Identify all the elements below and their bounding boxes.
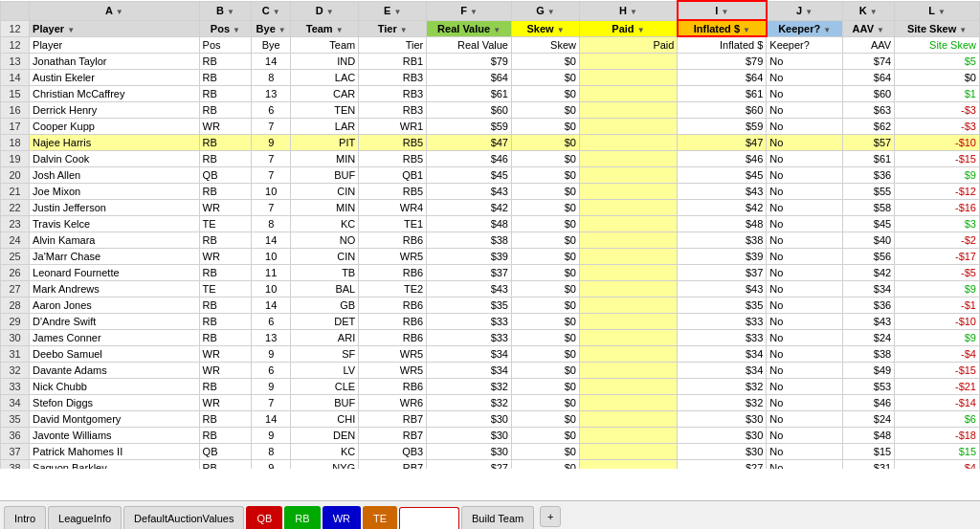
- player-col-header[interactable]: Player ▼: [30, 20, 200, 36]
- value-col-header[interactable]: Real Value ▼: [427, 20, 512, 36]
- inflated-cell[interactable]: $38: [678, 231, 767, 248]
- inflated-cell[interactable]: $32: [678, 378, 767, 394]
- aav-filter-icon[interactable]: ▼: [877, 26, 884, 34]
- inflated-filter-icon[interactable]: ▼: [743, 26, 750, 34]
- inflated-cell[interactable]: $33: [678, 329, 767, 345]
- player-filter-icon[interactable]: ▼: [67, 26, 75, 34]
- col-c-header[interactable]: C ▼: [252, 1, 291, 20]
- inflated-cell[interactable]: $59: [678, 118, 767, 134]
- inflated-cell[interactable]: $45: [678, 166, 767, 183]
- col-e-header[interactable]: E ▼: [359, 1, 427, 20]
- tab-rb[interactable]: RB: [284, 506, 320, 529]
- data-header-row: 12 Player ▼ Pos ▼ Bye ▼ Team ▼ Tier ▼ Re…: [1, 20, 980, 36]
- paid-col-header[interactable]: Paid ▼: [580, 20, 678, 36]
- tab-build-team[interactable]: Build Team: [461, 506, 534, 529]
- col-d-filter-icon[interactable]: ▼: [326, 8, 334, 16]
- inflated-cell[interactable]: $47: [678, 134, 767, 150]
- col-k-filter-icon[interactable]: ▼: [870, 8, 878, 16]
- col-i-header[interactable]: I ▼: [678, 1, 767, 20]
- col-h-filter-icon[interactable]: ▼: [630, 8, 637, 16]
- team-col-header[interactable]: Team ▼: [291, 20, 359, 36]
- col-k-header[interactable]: K ▼: [842, 1, 895, 20]
- bye-filter-icon[interactable]: ▼: [278, 26, 286, 34]
- siteskew-filter-icon[interactable]: ▼: [959, 26, 967, 34]
- table-row: 30James ConnerRB13ARIRB6$33$0$33No$24$9: [1, 329, 980, 345]
- col-l-header[interactable]: L ▼: [895, 1, 980, 20]
- col-f-header[interactable]: F ▼: [427, 1, 512, 20]
- table-row: 12PlayerPosByeTeamTierReal ValueSkewPaid…: [1, 36, 980, 53]
- col-j-header[interactable]: J ▼: [767, 1, 842, 20]
- inflated-cell[interactable]: $42: [678, 199, 767, 215]
- tab-bar: Intro LeagueInfo DefaultAuctionValues QB…: [0, 500, 980, 529]
- inflated-cell[interactable]: $79: [678, 53, 767, 69]
- tier-filter-icon[interactable]: ▼: [400, 26, 408, 34]
- inflated-cell[interactable]: $61: [678, 85, 767, 101]
- col-e-filter-icon[interactable]: ▼: [393, 8, 401, 16]
- sheet-area: A ▼ B ▼ C ▼ D ▼ E ▼ F ▼ G ▼ H ▼ I ▼ J ▼ …: [0, 0, 980, 500]
- inflated-cell[interactable]: $43: [678, 183, 767, 199]
- col-g-header[interactable]: G ▼: [511, 1, 579, 20]
- inflated-cell[interactable]: Inflated $: [678, 36, 767, 53]
- inflated-cell[interactable]: $30: [678, 410, 767, 427]
- aav-col-header[interactable]: AAV ▼: [842, 20, 895, 36]
- inflated-cell[interactable]: $27: [678, 459, 767, 469]
- bye-col-header[interactable]: Bye ▼: [252, 20, 291, 36]
- inflated-cell[interactable]: $43: [678, 280, 767, 297]
- inflated-cell[interactable]: $30: [678, 443, 767, 459]
- tab-qb[interactable]: QB: [246, 506, 282, 529]
- tab-auction[interactable]: Auction: [399, 507, 459, 529]
- tab-te[interactable]: TE: [363, 506, 397, 529]
- col-b-filter-icon[interactable]: ▼: [227, 8, 234, 16]
- table-row: 38Saquon BarkleyRB9NYGRB7$27$0$27No$31-$…: [1, 459, 980, 469]
- keeper-col-header[interactable]: Keeper? ▼: [767, 20, 842, 36]
- col-g-filter-icon[interactable]: ▼: [547, 8, 555, 16]
- inflated-cell[interactable]: $64: [678, 69, 767, 85]
- siteskew-col-header[interactable]: Site Skew ▼: [895, 20, 980, 36]
- col-a-filter-icon[interactable]: ▼: [116, 8, 123, 16]
- tab-wr[interactable]: WR: [323, 506, 361, 529]
- col-f-filter-icon[interactable]: ▼: [470, 8, 478, 16]
- pos-filter-icon[interactable]: ▼: [233, 26, 240, 34]
- row-num-cell: 23: [1, 215, 30, 231]
- inflated-cell[interactable]: $33: [678, 313, 767, 329]
- inflated-cell[interactable]: $48: [678, 215, 767, 231]
- skew-filter-icon[interactable]: ▼: [557, 26, 565, 34]
- inflated-cell[interactable]: $35: [678, 297, 767, 313]
- table-row: 15Christian McCaffreyRB13CARRB3$61$0$61N…: [1, 85, 980, 101]
- inflated-cell[interactable]: $32: [678, 394, 767, 410]
- row-num-cell: 31: [1, 345, 30, 362]
- add-sheet-button[interactable]: +: [540, 506, 561, 527]
- inflated-cell[interactable]: $30: [678, 427, 767, 443]
- tier-col-header[interactable]: Tier ▼: [359, 20, 427, 36]
- value-filter-icon[interactable]: ▼: [493, 26, 501, 34]
- pos-col-header[interactable]: Pos ▼: [199, 20, 252, 36]
- col-b-header[interactable]: B ▼: [199, 1, 252, 20]
- inflated-cell[interactable]: $34: [678, 362, 767, 378]
- col-h-header[interactable]: H ▼: [580, 1, 678, 20]
- col-c-filter-icon[interactable]: ▼: [273, 8, 280, 16]
- table-row: 28Aaron JonesRB14GBRB6$35$0$35No$36-$1: [1, 297, 980, 313]
- inflated-cell[interactable]: $60: [678, 101, 767, 118]
- col-a-header[interactable]: A ▼: [30, 1, 200, 20]
- row-num-cell: 17: [1, 118, 30, 134]
- table-row: 34Stefon DiggsWR7BUFWR6$32$0$32No$46-$14: [1, 394, 980, 410]
- inflated-cell[interactable]: $34: [678, 345, 767, 362]
- skew-col-header[interactable]: Skew ▼: [511, 20, 579, 36]
- inflated-cell[interactable]: $37: [678, 264, 767, 280]
- scrollable-body[interactable]: A ▼ B ▼ C ▼ D ▼ E ▼ F ▼ G ▼ H ▼ I ▼ J ▼ …: [0, 0, 980, 469]
- inflated-col-header[interactable]: Inflated $ ▼: [678, 20, 767, 36]
- col-d-header[interactable]: D ▼: [291, 1, 359, 20]
- col-l-filter-icon[interactable]: ▼: [938, 8, 946, 16]
- col-i-filter-icon[interactable]: ▼: [721, 8, 728, 16]
- tab-intro[interactable]: Intro: [4, 506, 46, 529]
- col-j-filter-icon[interactable]: ▼: [805, 8, 813, 16]
- paid-filter-icon[interactable]: ▼: [637, 26, 645, 34]
- tab-defaultauctionvalues[interactable]: DefaultAuctionValues: [123, 506, 244, 529]
- row-num-cell: 33: [1, 378, 30, 394]
- inflated-cell[interactable]: $39: [678, 248, 767, 264]
- inflated-cell[interactable]: $46: [678, 150, 767, 166]
- table-row: 36Javonte WilliamsRB9DENRB7$30$0$30No$48…: [1, 427, 980, 443]
- keeper-filter-icon[interactable]: ▼: [823, 26, 831, 34]
- team-filter-icon[interactable]: ▼: [336, 26, 344, 34]
- tab-leagueinfo[interactable]: LeagueInfo: [48, 506, 122, 529]
